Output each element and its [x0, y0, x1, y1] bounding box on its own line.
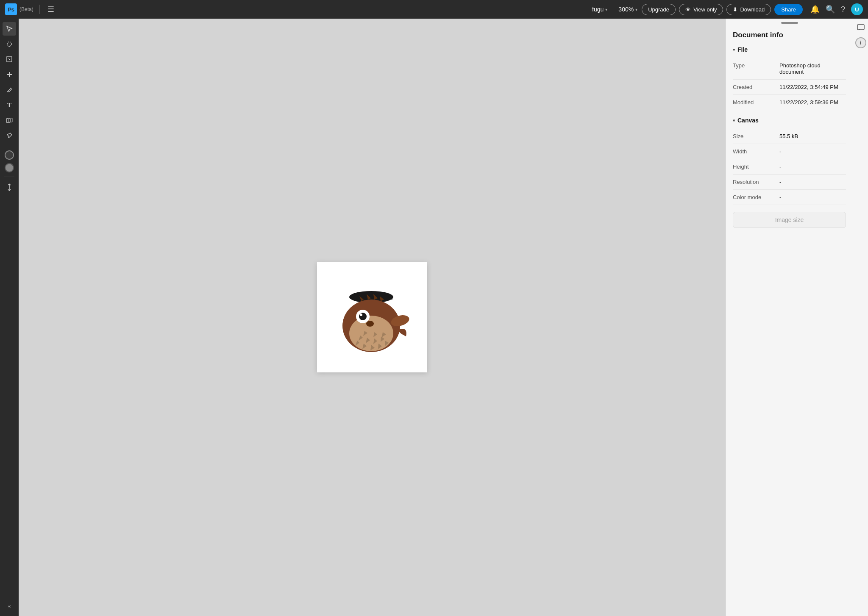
left-toolbar: T « — [0, 19, 19, 616]
size-label: Size — [733, 133, 779, 139]
topbar-divider — [39, 5, 40, 14]
resolution-value: - — [779, 179, 846, 185]
size-value: 55.5 kB — [779, 133, 846, 139]
download-arrow-icon: ⬇ — [733, 6, 737, 13]
text-tool[interactable]: T — [3, 98, 16, 112]
image-size-button[interactable]: Image size — [733, 212, 846, 228]
type-row: Type Photoshop cloud document — [733, 58, 846, 80]
far-right-panel: i — [853, 19, 868, 616]
file-chevron-icon: ▾ — [733, 47, 735, 52]
width-value: - — [779, 148, 846, 155]
right-panel: Document info ▾ File Type Photoshop clou… — [726, 19, 853, 616]
comment-icon[interactable] — [855, 22, 867, 34]
svg-point-0 — [7, 42, 11, 46]
canvas-area — [19, 19, 726, 616]
panel-tab-indicator — [781, 22, 798, 24]
collapse-toolbar-button[interactable]: « — [8, 600, 11, 613]
svg-rect-12 — [857, 25, 864, 30]
shape-tool[interactable] — [3, 114, 16, 127]
resolution-row: Resolution - — [733, 175, 846, 190]
zoom-value: 300% — [618, 6, 634, 13]
height-value: - — [779, 164, 846, 170]
search-icon[interactable]: 🔍 — [826, 5, 835, 14]
modified-value: 11/22/2022, 3:59:36 PM — [779, 99, 846, 105]
file-section-label: File — [737, 46, 748, 53]
panel-content: Document info ▾ File Type Photoshop clou… — [726, 24, 853, 616]
height-row: Height - — [733, 159, 846, 175]
topbar: Ps (Beta) ☰ fugu ▾ 300% ▾ Upgrade 👁 View… — [0, 0, 868, 19]
canvas-section-header[interactable]: ▾ Canvas — [733, 117, 846, 124]
select-tool[interactable] — [3, 22, 16, 36]
fugu-illustration — [326, 271, 419, 364]
heal-tool[interactable] — [3, 68, 16, 81]
width-row: Width - — [733, 144, 846, 159]
ps-logo-icon: Ps — [5, 3, 17, 15]
zoom-chevron-icon: ▾ — [635, 7, 637, 12]
lasso-tool[interactable] — [3, 37, 16, 51]
created-row: Created 11/22/2022, 3:54:49 PM — [733, 80, 846, 95]
toolbar-divider2 — [4, 177, 14, 177]
download-label: Download — [740, 6, 765, 13]
background-color[interactable] — [5, 163, 14, 172]
modified-row: Modified 11/22/2022, 3:59:36 PM — [733, 95, 846, 110]
created-label: Created — [733, 84, 779, 90]
doc-name: fugu — [592, 6, 604, 13]
foreground-color[interactable] — [5, 150, 14, 160]
fugu-image-container — [317, 262, 427, 372]
topbar-icons: 🔔 🔍 ? U — [810, 3, 863, 15]
eyedropper-tool[interactable] — [3, 129, 16, 142]
main-area: T « — [0, 19, 868, 616]
svg-point-8 — [359, 313, 367, 320]
doc-title[interactable]: fugu ▾ — [592, 6, 607, 13]
app-logo: Ps (Beta) — [5, 3, 33, 15]
size-row: Size 55.5 kB — [733, 129, 846, 144]
doc-chevron-icon: ▾ — [605, 7, 607, 12]
width-label: Width — [733, 148, 779, 155]
toolbar-divider — [4, 146, 14, 146]
notification-icon[interactable]: 🔔 — [810, 5, 820, 14]
beta-label: (Beta) — [19, 6, 33, 12]
color-mode-row: Color mode - — [733, 190, 846, 205]
info-icon[interactable]: i — [855, 37, 866, 48]
canvas-chevron-icon: ▾ — [733, 118, 735, 123]
panel-tab-bar — [726, 19, 853, 24]
panel-title: Document info — [733, 31, 846, 39]
help-icon[interactable]: ? — [841, 5, 845, 14]
modified-label: Modified — [733, 99, 779, 105]
canvas-section-label: Canvas — [737, 117, 759, 124]
svg-point-10 — [366, 321, 374, 327]
topbar-right: Upgrade 👁 View only ⬇ Download Share — [642, 4, 803, 15]
color-mode-value: - — [779, 194, 846, 200]
scroll-tool[interactable] — [3, 180, 16, 194]
type-label: Type — [733, 62, 779, 69]
download-button[interactable]: ⬇ Download — [726, 4, 771, 15]
height-label: Height — [733, 164, 779, 170]
created-value: 11/22/2022, 3:54:49 PM — [779, 84, 846, 90]
share-button[interactable]: Share — [774, 4, 803, 15]
file-section-header[interactable]: ▾ File — [733, 46, 846, 53]
type-value: Photoshop cloud document — [779, 62, 846, 75]
hamburger-menu[interactable]: ☰ — [46, 3, 56, 16]
color-mode-label: Color mode — [733, 194, 779, 200]
view-only-label: View only — [693, 6, 717, 13]
upgrade-button[interactable]: Upgrade — [642, 4, 676, 15]
resolution-label: Resolution — [733, 179, 779, 185]
svg-point-9 — [360, 314, 362, 316]
user-avatar[interactable]: U — [851, 3, 863, 15]
view-only-button[interactable]: 👁 View only — [679, 4, 723, 15]
zoom-control[interactable]: 300% ▾ — [618, 6, 637, 13]
eye-icon: 👁 — [685, 6, 691, 13]
transform-tool[interactable] — [3, 53, 16, 66]
brush-tool[interactable] — [3, 83, 16, 97]
